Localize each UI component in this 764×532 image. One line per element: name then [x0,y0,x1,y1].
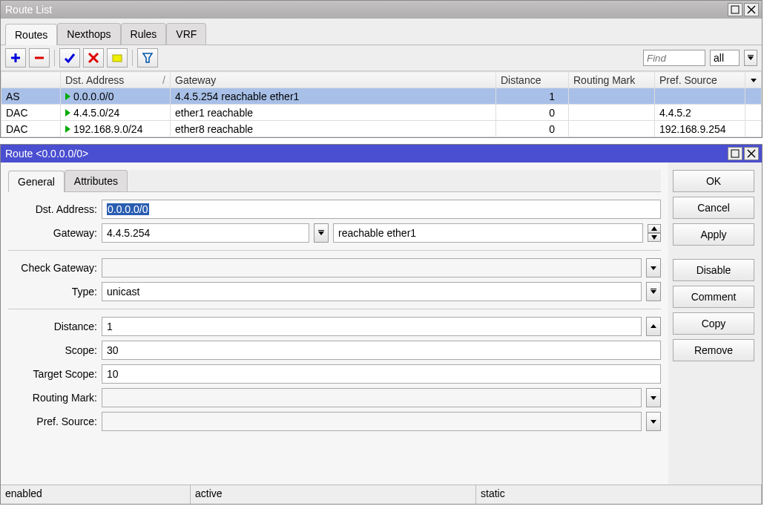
col-routing-mark[interactable]: Routing Mark [569,72,655,88]
comment-button[interactable]: Comment [673,286,754,308]
cancel-button[interactable]: Cancel [673,197,754,219]
route-dialog-title: Route <0.0.0.0/0> [5,148,726,160]
routing-mark-dropdown-icon[interactable] [646,388,661,407]
filter-scope-select[interactable]: all [710,50,740,66]
svg-marker-16 [318,231,324,235]
cell-dst: 4.4.5.0/24 [61,105,171,121]
cell-distance: 1 [496,88,569,105]
status-static: static [476,485,762,504]
routing-mark-field[interactable] [102,388,642,407]
cell-flags: AS [1,88,61,105]
route-dialog-form: General Attributes Dst. Address: 0.0.0.0… [1,162,668,485]
disable-button[interactable]: Disable [673,259,754,281]
filter-button[interactable] [137,48,158,68]
col-dst-address[interactable]: Dst. Address / [61,72,171,88]
route-dialog-titlebar: Route <0.0.0.0/0> [1,145,762,162]
cell-pad [745,88,762,105]
add-button[interactable] [5,48,26,68]
svg-marker-10 [748,56,754,60]
disable-button[interactable] [83,48,104,68]
copy-button[interactable]: Copy [673,312,754,335]
label-pref-source: Pref. Source: [8,416,97,427]
table-row[interactable]: AS0.0.0.0/04.4.5.254 reachable ether11 [1,88,762,105]
scope-field[interactable]: 30 [102,341,661,360]
target-scope-field[interactable]: 10 [102,364,661,384]
distance-collapse-icon[interactable] [646,317,661,336]
route-list-window: Route List Routes Nexthops Rules VRF all [0,0,763,138]
cell-pad [745,121,762,137]
svg-rect-0 [731,6,739,13]
status-bar: enabled active static [1,485,762,504]
table-row[interactable]: DAC192.168.9.0/24ether8 reachable0192.16… [1,121,762,137]
svg-marker-23 [651,324,656,328]
svg-marker-18 [651,226,657,231]
check-gateway-dropdown-icon[interactable] [646,258,661,278]
label-target-scope: Target Scope: [8,368,97,380]
status-active: active [191,485,476,504]
minimize-button[interactable] [728,3,742,16]
svg-marker-19 [651,235,657,240]
remove-button[interactable]: Remove [673,339,754,361]
apply-button[interactable]: Apply [673,223,754,246]
cell-dst: 192.168.9.0/24 [61,121,171,137]
label-distance: Distance: [8,321,97,332]
cell-distance: 0 [496,105,569,121]
gateway-down-icon[interactable] [648,233,661,242]
svg-marker-24 [651,396,656,400]
gateway-dropdown-icon[interactable] [314,223,329,243]
col-gateway[interactable]: Gateway [171,72,496,88]
table-row[interactable]: DAC4.4.5.0/24ether1 reachable04.4.5.2 [1,105,762,121]
col-distance[interactable]: Distance [496,72,569,88]
ok-button[interactable]: OK [673,170,754,192]
svg-marker-12 [751,79,757,82]
active-icon [65,125,70,133]
route-table: Dst. Address / Gateway Distance Routing … [1,71,762,137]
cell-pref-source: 4.4.5.2 [655,105,745,121]
gateway-up-icon[interactable] [648,224,661,233]
label-routing-mark: Routing Mark: [8,392,97,404]
dialog-minimize-button[interactable] [728,147,742,160]
tab-nexthops[interactable]: Nexthops [57,23,120,45]
dialog-close-button[interactable] [744,147,759,160]
label-gateway: Gateway: [8,227,97,239]
col-pref-source[interactable]: Pref. Source [655,72,745,88]
col-menu[interactable] [745,72,762,88]
cell-pref-source [655,88,745,105]
close-button[interactable] [744,3,759,16]
dialog-tab-attributes[interactable]: Attributes [65,170,128,191]
route-dialog: Route <0.0.0.0/0> General Attributes Dst… [0,144,763,505]
gateway-field[interactable]: 4.4.5.254 [102,223,309,243]
tab-rules[interactable]: Rules [121,23,167,45]
cell-flags: DAC [1,105,61,121]
filter-scope-dropdown-icon[interactable] [744,50,757,66]
dst-address-field[interactable]: 0.0.0.0/0 [102,200,661,219]
label-dst: Dst. Address: [8,203,97,215]
enable-button[interactable] [59,48,80,68]
svg-marker-25 [651,420,656,424]
col-flags[interactable] [1,72,61,88]
cell-routing-mark [569,88,655,105]
cell-gateway: 4.4.5.254 reachable ether1 [171,88,496,105]
svg-rect-17 [318,230,324,231]
find-input[interactable] [643,50,705,66]
gateway-status-field: reachable ether1 [333,223,643,243]
distance-field[interactable]: 1 [102,317,642,336]
cell-distance: 0 [496,121,569,137]
type-dropdown-icon[interactable] [646,282,661,301]
route-list-titlebar: Route List [1,1,762,19]
active-icon [65,93,70,100]
dialog-tab-general[interactable]: General [8,171,65,192]
tab-vrf[interactable]: VRF [166,23,206,45]
pref-source-dropdown-icon[interactable] [646,412,661,431]
active-icon [65,109,70,116]
pref-source-field[interactable] [102,412,642,431]
check-gateway-field[interactable] [102,258,642,278]
remove-button[interactable] [29,48,50,68]
tab-routes[interactable]: Routes [5,24,57,45]
comment-button[interactable] [107,48,128,68]
route-table-wrap: Dst. Address / Gateway Distance Routing … [1,71,762,137]
cell-gateway: ether1 reachable [171,105,496,121]
svg-marker-21 [651,290,656,294]
type-field[interactable]: unicast [102,282,642,301]
label-type: Type: [8,286,97,298]
